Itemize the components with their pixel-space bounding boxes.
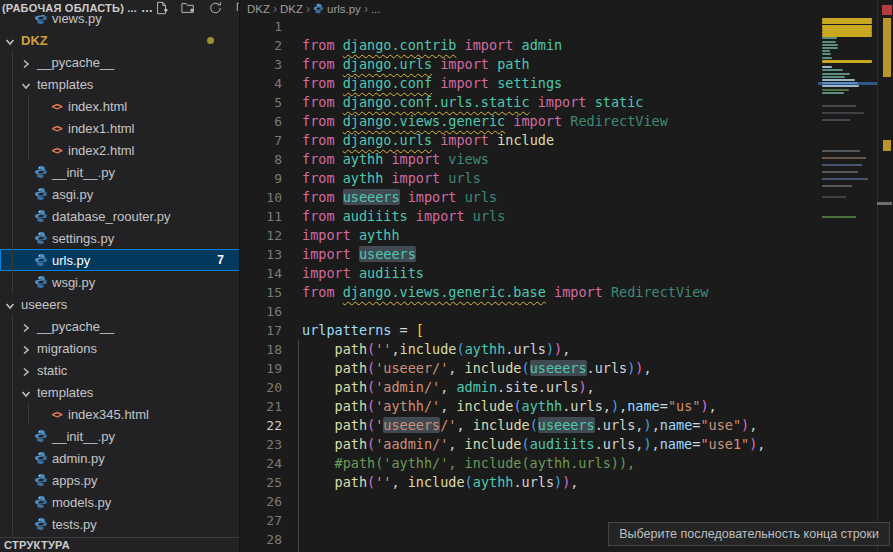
line-number[interactable]: 19 (241, 359, 282, 378)
tree-item-__init__.py[interactable]: __init__.py (0, 161, 240, 183)
code-line[interactable]: 11from audiiits import urls (241, 207, 817, 226)
tree-item-DKZ[interactable]: DKZ (0, 29, 240, 51)
code-line[interactable]: 23 path('aadmin/', include(audiiits.urls… (241, 435, 817, 454)
minimap-shadow-line (822, 150, 860, 152)
code-line[interactable]: 14import audiiits (241, 264, 817, 283)
new-file-icon[interactable] (153, 1, 169, 15)
line-number[interactable]: 26 (241, 492, 282, 511)
line-number[interactable]: 11 (241, 207, 282, 226)
line-number[interactable]: 24 (241, 454, 282, 473)
minimap-line (822, 73, 850, 75)
code-line[interactable]: 16 (241, 302, 817, 321)
line-number[interactable]: 8 (241, 150, 282, 169)
line-number[interactable]: 6 (241, 112, 282, 131)
code-line[interactable]: 21 path('aythh/', include(aythh.urls,),n… (241, 397, 817, 416)
line-number[interactable]: 10 (241, 188, 282, 207)
code-line[interactable]: 3from django.urls import path (241, 55, 817, 74)
minimap[interactable] (818, 0, 877, 552)
line-number[interactable]: 27 (241, 511, 282, 530)
code-line[interactable]: 15from django.views.generic.base import … (241, 283, 817, 302)
line-number[interactable]: 15 (241, 283, 282, 302)
editor-pane[interactable]: DKZ›DKZ› urls.py›... 12from django.contr… (241, 0, 893, 552)
code-line[interactable]: 5from django.conf.urls.static import sta… (241, 93, 817, 112)
line-number[interactable]: 17 (241, 321, 282, 340)
tree-item-models.py[interactable]: models.py (0, 491, 240, 513)
breadcrumb-item[interactable]: DKZ (247, 3, 270, 15)
python-file-icon (33, 209, 48, 224)
tree-item-useeers[interactable]: useeers (0, 293, 240, 315)
line-number[interactable]: 14 (241, 264, 282, 283)
tree-item-static[interactable]: static (0, 359, 240, 381)
line-number[interactable]: 4 (241, 74, 282, 93)
code-line[interactable]: 22 path('useeers/', include(useeers.urls… (241, 416, 817, 435)
line-number[interactable]: 3 (241, 55, 282, 74)
tree-item-templates[interactable]: templates (0, 73, 240, 95)
code-line[interactable]: 2from django.contrib import admin (241, 36, 817, 55)
tree-item-migrations[interactable]: migrations (0, 337, 240, 359)
code-line[interactable]: 25 path('', include(aythh.urls)), (241, 473, 817, 492)
code-line[interactable]: 17urlpatterns = [ (241, 321, 817, 340)
tree-item-index.html[interactable]: <>index.html (0, 95, 240, 117)
code-line[interactable]: 26 (241, 492, 817, 511)
line-number[interactable]: 25 (241, 473, 282, 492)
code-line[interactable]: 9from aythh import urls (241, 169, 817, 188)
line-number[interactable]: 1 (241, 17, 282, 36)
line-number[interactable]: 20 (241, 378, 282, 397)
refresh-explorer-icon[interactable] (207, 1, 223, 15)
breadcrumb-item[interactable]: ... (371, 3, 381, 15)
collapse-folders-icon[interactable] (234, 1, 240, 15)
tree-item-asgi.py[interactable]: asgi.py (0, 183, 240, 205)
tree-item-__init__.py[interactable]: __init__.py (0, 425, 240, 447)
line-number[interactable]: 13 (241, 245, 282, 264)
line-number[interactable]: 23 (241, 435, 282, 454)
tree-item-urls.py[interactable]: urls.py7 (0, 249, 240, 271)
breadcrumb-item[interactable]: DKZ (280, 3, 303, 15)
code-line[interactable]: 12import aythh (241, 226, 817, 245)
code-line[interactable]: 24 #path('aythh/', include(aythh.urls)), (241, 454, 817, 473)
new-folder-icon[interactable] (180, 1, 196, 15)
line-number[interactable]: 9 (241, 169, 282, 188)
code-line[interactable]: 10from useeers import urls (241, 188, 817, 207)
code-line[interactable]: 4from django.conf import settings (241, 74, 817, 93)
tree-item-label: urls.py (52, 253, 90, 268)
code-line[interactable]: 1 (241, 17, 817, 36)
line-number[interactable]: 12 (241, 226, 282, 245)
tree-item-apps.py[interactable]: apps.py (0, 469, 240, 491)
tree-item-index1.html[interactable]: <>index1.html (0, 117, 240, 139)
overview-ruler[interactable] (877, 0, 893, 552)
outline-section-header[interactable]: СТРУКТУРА (0, 537, 240, 552)
code-line[interactable]: 20 path('admin/', admin.site.urls), (241, 378, 817, 397)
line-number[interactable]: 16 (241, 302, 282, 321)
line-number[interactable]: 7 (241, 131, 282, 150)
tree-item-index2.html[interactable]: <>index2.html (0, 139, 240, 161)
code-line[interactable]: 19 path('useeer/', include(useeers.urls)… (241, 359, 817, 378)
tree-item-database_roouter.py[interactable]: database_roouter.py (0, 205, 240, 227)
python-file-icon (33, 451, 48, 466)
more-actions-button[interactable]: … (141, 1, 153, 15)
line-number[interactable]: 18 (241, 340, 282, 359)
code-line[interactable]: 13import useeers (241, 245, 817, 264)
breadcrumb-item[interactable]: urls.py (313, 3, 361, 15)
code-line[interactable]: 7from django.urls import include (241, 131, 817, 150)
python-file-icon (33, 495, 48, 510)
code-text: from django.conf import settings (302, 74, 562, 93)
tree-item-label: __init__.py (52, 429, 115, 444)
tree-item-templates[interactable]: templates (0, 381, 240, 403)
tree-item-__pycache__[interactable]: __pycache__ (0, 51, 240, 73)
line-number[interactable]: 5 (241, 93, 282, 112)
code-line[interactable]: 8from aythh import views (241, 150, 817, 169)
tree-item-__pycache__[interactable]: __pycache__ (0, 315, 240, 337)
line-number[interactable]: 22 (241, 416, 282, 435)
tree-item-index345.html[interactable]: <>index345.html (0, 403, 240, 425)
tree-item-wsgi.py[interactable]: wsgi.py (0, 271, 240, 293)
code-line[interactable]: 18 path('',include(aythh.urls)), (241, 340, 817, 359)
tree-item-settings.py[interactable]: settings.py (0, 227, 240, 249)
html-file-icon: <> (49, 407, 64, 422)
code-area[interactable]: 12from django.contrib import admin3from … (241, 17, 817, 549)
code-line[interactable]: 6from django.views.generic import Redire… (241, 112, 817, 131)
tree-item-tests.py[interactable]: tests.py (0, 513, 240, 535)
line-number[interactable]: 21 (241, 397, 282, 416)
line-number[interactable]: 2 (241, 36, 282, 55)
tree-item-admin.py[interactable]: admin.py (0, 447, 240, 469)
line-number[interactable]: 28 (241, 530, 282, 549)
